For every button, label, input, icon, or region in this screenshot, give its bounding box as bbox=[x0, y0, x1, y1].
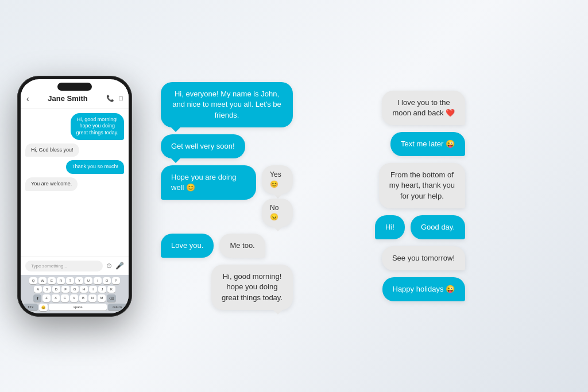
key-s[interactable]: S bbox=[43, 286, 51, 293]
phone-messages: Hi, good morning!hope you doinggreat thi… bbox=[21, 108, 129, 257]
key-p[interactable]: P bbox=[112, 277, 120, 284]
bubble-get-well: Get well very soon! bbox=[161, 134, 245, 158]
key-space[interactable]: space bbox=[49, 304, 107, 311]
key-shift[interactable]: ⬆ bbox=[33, 294, 41, 302]
bubble-no: No 😠 bbox=[262, 199, 293, 227]
msg-received-2: You are welcome. bbox=[25, 177, 78, 191]
phone-notch bbox=[57, 83, 92, 91]
key-u[interactable]: U bbox=[84, 277, 92, 284]
bubble-moon: I love you to themoon and back ❤️ bbox=[382, 91, 465, 125]
phone-wrapper: ‹ Jane Smith 📞 □ Hi, good morning!hope y… bbox=[11, 76, 138, 317]
keyboard-bottom-row: 123 😊 space return bbox=[22, 304, 127, 311]
bubble-row-hope: Hope you are doing well 😊 Yes 😊 No 😠 bbox=[161, 165, 293, 227]
msg-received-1: Hi, God bless you! bbox=[25, 143, 79, 157]
call-icon[interactable]: 📞 bbox=[106, 95, 114, 102]
key-q[interactable]: Q bbox=[29, 277, 37, 284]
msg-sent-1: Hi, good morning!hope you doinggreat thi… bbox=[71, 113, 124, 140]
key-r[interactable]: R bbox=[57, 277, 65, 284]
key-j[interactable]: J bbox=[98, 286, 106, 293]
key-backspace[interactable]: ⌫ bbox=[107, 294, 116, 302]
right-bubbles-section: I love you to themoon and back ❤️ Text m… bbox=[316, 91, 465, 302]
keyboard-row-1: Q W E R T Y U I O P bbox=[22, 277, 127, 284]
bubble-text-later: Text me later 😜 bbox=[390, 132, 465, 156]
key-123[interactable]: 123 bbox=[23, 304, 38, 311]
bubble-intro: Hi, everyone! My name is John, and nice … bbox=[161, 82, 293, 127]
keyboard-row-3: ⬆ Z X C V B N M ⌫ bbox=[22, 294, 127, 302]
key-c[interactable]: C bbox=[61, 294, 69, 302]
main-container: ‹ Jane Smith 📞 □ Hi, good morning!hope y… bbox=[0, 0, 588, 392]
video-icon[interactable]: □ bbox=[119, 95, 123, 102]
phone-screen: ‹ Jane Smith 📞 □ Hi, good morning!hope y… bbox=[21, 79, 129, 313]
msg-sent-2: Thank you so much! bbox=[66, 160, 124, 174]
bubble-see-you: See you tomorrow! bbox=[382, 246, 465, 270]
camera-icon[interactable]: ⊙ bbox=[106, 262, 112, 270]
bubble-happy-holidays: Happy holidays 😜 bbox=[382, 277, 466, 301]
back-icon[interactable]: ‹ bbox=[26, 94, 29, 103]
key-y[interactable]: Y bbox=[75, 277, 83, 284]
middle-bubbles-section: Hi, everyone! My name is John, and nice … bbox=[161, 82, 293, 310]
bubble-bottom-heart: From the bottom ofmy heart, thank youfor… bbox=[379, 163, 465, 208]
phone-keyboard: Q W E R T Y U I O P A S D bbox=[21, 275, 129, 313]
bubble-hope: Hope you are doing well 😊 bbox=[161, 165, 256, 200]
key-h[interactable]: H bbox=[80, 286, 88, 293]
phone-device: ‹ Jane Smith 📞 □ Hi, good morning!hope y… bbox=[17, 76, 132, 317]
bubble-me-too: Me too. bbox=[219, 234, 265, 258]
phone-input-area: Type something... ⊙ 🎤 bbox=[21, 257, 129, 275]
contact-name: Jane Smith bbox=[48, 94, 87, 103]
bubble-row-love: Love you. Me too. bbox=[161, 234, 265, 258]
key-g[interactable]: G bbox=[71, 286, 79, 293]
key-d[interactable]: D bbox=[52, 286, 60, 293]
bubble-row-hi-good: Hi! Good day. bbox=[375, 215, 465, 239]
bubble-love-you: Love you. bbox=[161, 234, 214, 258]
key-e[interactable]: E bbox=[48, 277, 56, 284]
header-icons: 📞 □ bbox=[106, 95, 123, 102]
key-z[interactable]: Z bbox=[42, 294, 51, 302]
bubble-hi: Hi! bbox=[375, 215, 405, 239]
yes-no-column: Yes 😊 No 😠 bbox=[262, 165, 293, 227]
bubble-good-day: Good day. bbox=[411, 215, 465, 239]
key-i[interactable]: I bbox=[94, 277, 102, 284]
key-i2[interactable]: I bbox=[89, 286, 97, 293]
key-w[interactable]: W bbox=[38, 277, 47, 284]
key-f[interactable]: F bbox=[61, 286, 69, 293]
key-n[interactable]: N bbox=[88, 294, 96, 302]
bubble-yes: Yes 😊 bbox=[262, 165, 293, 194]
key-b[interactable]: B bbox=[79, 294, 87, 302]
key-return[interactable]: return bbox=[108, 304, 126, 311]
key-o[interactable]: O bbox=[103, 277, 111, 284]
key-emoji[interactable]: 😊 bbox=[39, 304, 48, 311]
key-v[interactable]: V bbox=[70, 294, 78, 302]
message-input[interactable]: Type something... bbox=[25, 261, 103, 271]
mic-icon[interactable]: 🎤 bbox=[115, 262, 124, 270]
key-t[interactable]: T bbox=[66, 277, 74, 284]
key-a[interactable]: A bbox=[34, 286, 42, 293]
key-k[interactable]: K bbox=[107, 286, 115, 293]
key-m[interactable]: M bbox=[98, 294, 106, 302]
bubble-morning: Hi, good morning!hope you doinggreat thi… bbox=[211, 265, 293, 310]
keyboard-row-2: A S D F G H I J K bbox=[22, 286, 127, 293]
key-x[interactable]: X bbox=[52, 294, 60, 302]
